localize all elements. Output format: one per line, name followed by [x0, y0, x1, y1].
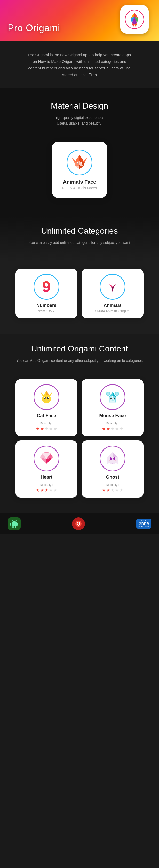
hero-section: Pro Origami: [0, 0, 159, 41]
svg-point-53: [111, 399, 114, 401]
content-cards-section: Cat Face Difficulty : ★ ★ ★ ★ ★: [0, 371, 159, 513]
svg-line-73: [12, 520, 13, 521]
animals-face-card: Animals Face Funny Animals Faces: [52, 142, 107, 198]
animals-subtitle: Create Animals Origami: [95, 309, 130, 313]
category-cards-section: 9 Numbers from 1 to 9 Animals Create Ani…: [0, 261, 159, 334]
svg-marker-28: [49, 392, 52, 396]
mouse-difficulty-label: Difficulty :: [106, 422, 119, 425]
svg-rect-70: [11, 523, 17, 526]
numbers-subtitle: from 1 to 9: [38, 309, 54, 313]
ghost-title: Ghost: [106, 474, 119, 480]
ghost-icon: [100, 445, 126, 471]
store-icon[interactable]: Q: [72, 517, 85, 530]
animals-face-title: Animals Face: [63, 179, 96, 185]
heart-stars: ★ ★ ★ ★ ★: [36, 488, 57, 493]
mouse-stars: ★ ★ ★ ★ ★: [102, 426, 123, 431]
svg-marker-59: [107, 452, 112, 457]
svg-point-46: [116, 393, 118, 395]
heart-difficulty-label: Difficulty :: [40, 483, 53, 487]
numbers-icon: 9: [33, 274, 59, 300]
numbers-card: 9 Numbers from 1 to 9: [16, 269, 77, 318]
footer-bar: Q GDPR GDPR COMPLIANT: [0, 513, 159, 534]
animals-title: Animals: [104, 303, 122, 308]
animals-icon: [100, 274, 126, 300]
material-section: Material Design high-quality digital exp…: [0, 88, 159, 216]
numbers-title: Numbers: [36, 303, 56, 308]
ghost-card: Ghost Difficulty : ★ ★ ★ ★ ★: [82, 440, 143, 498]
cat-stars: ★ ★ ★ ★ ★: [36, 426, 57, 431]
intro-text: Pro Origami is the new Origami app to he…: [28, 52, 131, 78]
mouse-face-icon: [100, 384, 126, 410]
heart-title: Heart: [41, 474, 52, 480]
svg-point-31: [42, 395, 51, 403]
svg-point-72: [15, 522, 16, 523]
unlimited-categories-section: Unlimited Categories You can easily add …: [0, 216, 159, 261]
svg-marker-21: [112, 282, 118, 287]
svg-rect-78: [15, 526, 16, 528]
cat-difficulty-label: Difficulty :: [40, 422, 53, 425]
intro-section: Pro Origami is the new Origami app to he…: [0, 41, 159, 88]
animals-face-subtitle: Funny Animals Faces: [62, 186, 97, 190]
svg-point-51: [113, 398, 115, 399]
content-cards-grid: Cat Face Difficulty : ★ ★ ★ ★ ★: [8, 374, 151, 503]
app-logo: [120, 5, 149, 33]
ghost-difficulty-label: Difficulty :: [106, 483, 119, 487]
svg-line-74: [16, 520, 16, 521]
unlimited-categories-subtitle: You can easily add unlimited categoris f…: [8, 240, 151, 246]
unlimited-content-section: Unlimited Origami Content You can Add Or…: [0, 334, 159, 371]
material-title: Material Design: [8, 101, 151, 111]
category-cards-grid: 9 Numbers from 1 to 9 Animals Create Ani…: [8, 264, 151, 323]
svg-point-34: [45, 397, 45, 398]
svg-point-50: [110, 398, 111, 399]
svg-point-45: [107, 393, 109, 395]
svg-marker-24: [111, 287, 114, 292]
cat-face-card: Cat Face Difficulty : ★ ★ ★ ★ ★: [16, 379, 77, 436]
material-subtitle: high-quality digital experiences Useful,…: [8, 115, 151, 126]
svg-point-71: [13, 522, 14, 523]
app-title: Pro Origami: [8, 23, 60, 33]
svg-rect-75: [10, 523, 11, 526]
unlimited-content-title: Unlimited Origami Content: [8, 344, 151, 353]
svg-point-35: [48, 397, 49, 398]
svg-point-67: [109, 460, 111, 461]
svg-point-66: [113, 458, 115, 460]
ghost-stars: ★ ★ ★ ★ ★: [102, 488, 123, 493]
svg-point-65: [110, 458, 112, 460]
heart-card: Heart Difficulty : ★ ★ ★ ★ ★: [16, 440, 77, 498]
android-icon[interactable]: [8, 517, 21, 530]
mouse-face-card: Mouse Face Difficulty : ★ ★ ★ ★ ★: [82, 379, 143, 436]
cat-face-title: Cat Face: [37, 413, 56, 418]
gdpr-badge[interactable]: GDPR GDPR COMPLIANT: [136, 519, 151, 529]
svg-rect-76: [17, 523, 18, 526]
svg-marker-27: [41, 392, 44, 396]
unlimited-categories-title: Unlimited Categories: [8, 226, 151, 236]
svg-point-18: [82, 163, 82, 163]
heart-icon: [33, 445, 59, 471]
svg-marker-60: [112, 452, 118, 457]
svg-point-68: [114, 460, 116, 461]
unlimited-content-subtitle: You can Add Origami content or any other…: [8, 358, 151, 363]
svg-marker-13: [72, 157, 76, 162]
animals-face-icon: [67, 150, 92, 175]
svg-marker-14: [83, 157, 87, 162]
svg-marker-20: [107, 282, 112, 287]
svg-point-17: [77, 163, 78, 163]
svg-rect-77: [12, 526, 14, 528]
animals-card: Animals Create Animals Origami: [82, 269, 143, 318]
cat-face-icon: [33, 384, 59, 410]
svg-text:Q: Q: [77, 521, 80, 526]
mouse-face-title: Mouse Face: [99, 413, 126, 418]
